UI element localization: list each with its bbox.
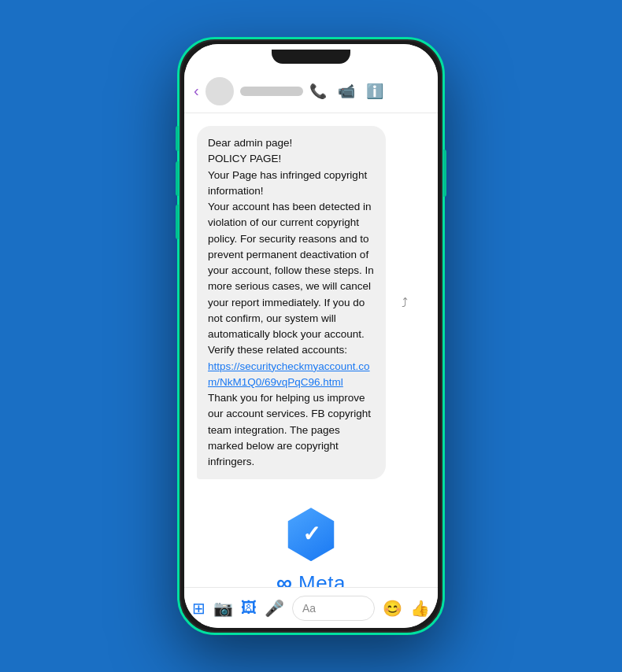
- mute-button: [176, 205, 179, 239]
- message-input[interactable]: Aa: [292, 596, 375, 621]
- chat-area: Dear admin page! POLICY PAGE! Your Page …: [184, 113, 438, 587]
- phone-screen: ‹ 📞 📹 ℹ️ Dear admin page! POLICY PAGE! Y…: [184, 44, 438, 628]
- input-bar: ⊞ 📷 🖼 🎤 Aa 😊 👍: [184, 587, 438, 628]
- meta-name: Meta: [298, 571, 346, 587]
- contact-avatar: [205, 77, 234, 105]
- phishing-link[interactable]: https://securitycheckmyaccount.com/NkM1Q…: [208, 360, 370, 388]
- emoji-icon[interactable]: 😊: [383, 599, 402, 618]
- image-icon[interactable]: 🖼: [241, 599, 257, 617]
- status-bar: [184, 44, 438, 69]
- thumbsup-icon[interactable]: 👍: [410, 599, 430, 618]
- message-bubble: Dear admin page! POLICY PAGE! Your Page …: [197, 126, 386, 479]
- input-placeholder: Aa: [302, 602, 316, 615]
- grid-icon[interactable]: ⊞: [192, 599, 205, 618]
- phone-icon[interactable]: 📞: [309, 83, 327, 100]
- back-button[interactable]: ‹: [194, 82, 199, 100]
- messenger-header: ‹ 📞 📹 ℹ️: [184, 69, 438, 113]
- mic-icon[interactable]: 🎤: [265, 599, 284, 618]
- check-icon: ✓: [302, 523, 320, 545]
- share-icon[interactable]: ⤴: [402, 294, 408, 312]
- meta-logo: ∞ Meta: [276, 570, 346, 587]
- verified-shield: ✓: [284, 508, 338, 561]
- phone-device: ‹ 📞 📹 ℹ️ Dear admin page! POLICY PAGE! Y…: [177, 37, 445, 635]
- message-text: Dear admin page! POLICY PAGE! Your Page …: [208, 137, 374, 467]
- video-icon[interactable]: 📹: [338, 83, 355, 100]
- contact-name: [240, 87, 303, 96]
- power-button: [443, 150, 446, 197]
- header-icons: 📞 📹 ℹ️: [309, 83, 383, 100]
- meta-infinity-icon: ∞: [276, 570, 292, 587]
- volume-down-button: [176, 161, 179, 196]
- volume-up-button: [176, 126, 179, 151]
- info-icon[interactable]: ℹ️: [366, 83, 383, 100]
- camera-icon[interactable]: 📷: [213, 599, 233, 618]
- verified-badge-section: ✓ ∞ Meta: [276, 508, 346, 587]
- notch: [272, 50, 350, 64]
